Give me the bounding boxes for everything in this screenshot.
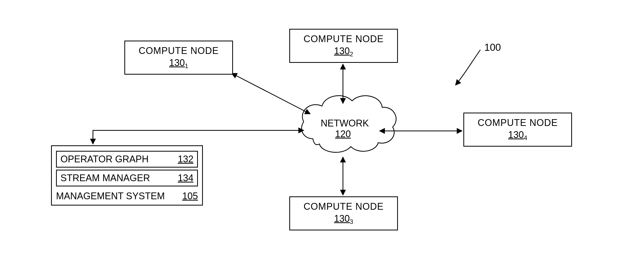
compute-node-2-label: COMPUTE NODE	[303, 34, 384, 45]
compute-node-4-label: COMPUTE NODE	[478, 117, 558, 128]
operator-graph-num: 132	[178, 154, 193, 165]
compute-node-2: COMPUTE NODE 1302	[289, 29, 398, 63]
compute-node-3-num: 1303	[334, 213, 353, 225]
compute-node-1-label: COMPUTE NODE	[138, 45, 219, 56]
network-label: NETWORK	[321, 118, 365, 129]
management-system-label: MANAGEMENT SYSTEM	[56, 191, 165, 202]
stream-manager-row: STREAM MANAGER 134	[56, 170, 198, 186]
compute-node-4-num: 1304	[508, 129, 527, 142]
stream-manager-label: STREAM MANAGER	[60, 173, 150, 184]
stream-manager-num: 134	[178, 173, 193, 184]
network-label-block: NETWORK 120	[321, 118, 365, 140]
compute-node-1: COMPUTE NODE 1301	[124, 41, 233, 75]
operator-graph-label: OPERATOR GRAPH	[60, 154, 149, 165]
operator-graph-row: OPERATOR GRAPH 132	[56, 151, 198, 168]
management-system-box: OPERATOR GRAPH 132 STREAM MANAGER 134 MA…	[51, 145, 203, 206]
management-system-num: 105	[182, 191, 198, 202]
figure-ref-leader	[456, 50, 480, 85]
compute-node-2-num: 1302	[334, 46, 353, 58]
management-system-row: MANAGEMENT SYSTEM 105	[52, 189, 202, 205]
compute-node-3-label: COMPUTE NODE	[303, 201, 384, 212]
diagram-stage: COMPUTE NODE 1301 COMPUTE NODE 1302 COMP…	[0, 0, 644, 271]
figure-reference: 100	[484, 42, 501, 53]
arrow-mgmt-network	[93, 130, 304, 144]
network-num: 120	[335, 129, 351, 139]
arrow-node1-network	[232, 73, 310, 114]
compute-node-3: COMPUTE NODE 1303	[289, 196, 398, 230]
compute-node-4: COMPUTE NODE 1304	[463, 113, 572, 147]
compute-node-1-num: 1301	[169, 57, 188, 70]
